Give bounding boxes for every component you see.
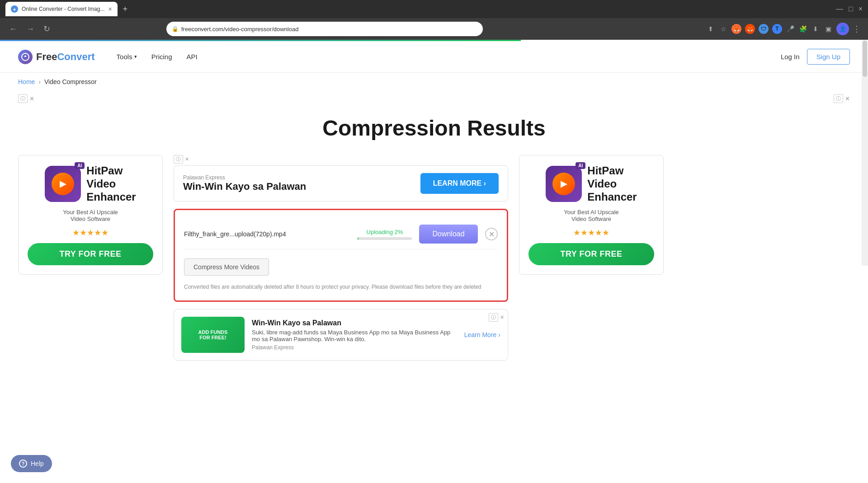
compress-more-area: Compress More Videos (184, 255, 498, 283)
left-ad-close[interactable]: ⓘ ✕ (18, 94, 34, 103)
progress-bar-fill (358, 237, 359, 240)
right-ad-close[interactable]: ⓘ ✕ (834, 94, 850, 103)
help-icon: ? (19, 460, 27, 468)
palawan-ad-source: Palawan Express (183, 174, 413, 181)
palawan-ad-text: Palawan Express Win-Win Kayo sa Palawan (183, 174, 413, 192)
left-try-free-button[interactable]: TRY FOR FREE (28, 243, 153, 265)
navbar: FreeConvert Tools ▾ Pricing API Log In S… (0, 41, 868, 73)
hitpaw-logo-area: ▶ AI HitPawVideoEnhancer (45, 164, 136, 203)
refresh-button[interactable]: ↻ (42, 22, 52, 36)
hitpaw-desc-right: Your Best AI UpscaleVideo Software (564, 209, 619, 222)
hitpaw-stars: ★★★★★ (72, 228, 108, 238)
logo-icon (18, 50, 33, 64)
breadcrumb-home[interactable]: Home (18, 78, 35, 85)
share-icon[interactable]: ⬆ (706, 24, 715, 33)
file-remove-button[interactable]: ✕ (485, 228, 498, 240)
back-button[interactable]: ← (7, 23, 19, 36)
avatar-icon[interactable]: 👤 (836, 23, 849, 35)
login-button[interactable]: Log In (781, 53, 800, 61)
url-text: freeconvert.com/video-compressor/downloa… (181, 26, 298, 33)
main-content: ⓘ ✕ ⓘ ✕ Compression Results ▶ AI HitPawV… (0, 91, 868, 379)
hitpaw-flame-icon-right: ▶ (552, 173, 575, 195)
right-ad-panel: ▶ AI HitPawVideoEnhancer Your Best AI Up… (519, 155, 664, 275)
extension-3-icon[interactable]: 🛡 (759, 24, 769, 34)
signup-button[interactable]: Sign Up (807, 49, 850, 65)
extension-1-icon[interactable]: 🦊 (731, 24, 741, 34)
ai-badge: AI (75, 162, 85, 169)
download-button[interactable]: Download (419, 225, 478, 244)
lock-icon: 🔒 (172, 26, 179, 32)
new-tab-button[interactable]: + (123, 5, 128, 14)
close-icon-right[interactable]: ✕ (845, 95, 850, 102)
bottom-ad-close[interactable]: ⓘ ✕ (489, 313, 504, 322)
download-icon[interactable]: ⬇ (811, 24, 820, 33)
mic-icon[interactable]: 🎤 (786, 24, 795, 33)
browser-tab[interactable]: ● Online Converter - Convert Imag... × (5, 2, 118, 16)
hitpaw-icon-right: ▶ AI (546, 166, 582, 202)
nav-tools[interactable]: Tools ▾ (117, 53, 137, 61)
page-title: Compression Results (18, 116, 850, 141)
right-hitpaw-ad[interactable]: ▶ AI HitPawVideoEnhancer Your Best AI Up… (519, 155, 664, 275)
address-bar[interactable]: 🔒 freeconvert.com/video-compressor/downl… (166, 22, 483, 36)
hitpaw-desc: Your Best AI UpscaleVideo Software (63, 209, 118, 222)
bottom-ad-close-icon[interactable]: ✕ (500, 314, 504, 320)
nav-links: Tools ▾ Pricing API (117, 53, 198, 61)
forward-button[interactable]: → (24, 23, 36, 36)
scrollbar-thumb[interactable] (863, 41, 867, 77)
upload-status: Uploading 2% (358, 229, 412, 240)
palawan-ad-close[interactable]: ⓘ ✕ (174, 155, 508, 164)
ad-info-row: ⓘ ✕ ⓘ ✕ (18, 91, 850, 107)
help-label: Help (31, 460, 44, 467)
breadcrumb: Home › Video Compressor (0, 73, 868, 91)
extension-2-icon[interactable]: 🦊 (745, 24, 755, 34)
help-button[interactable]: ? Help (11, 455, 52, 472)
center-content: ⓘ ✕ Palawan Express Win-Win Kayo sa Pala… (174, 155, 508, 361)
hitpaw-stars-right: ★★★★★ (573, 228, 609, 238)
ad-info-icon-right: ⓘ (834, 94, 843, 103)
content-layout: ▶ AI HitPawVideoEnhancer Your Best AI Up… (18, 155, 850, 361)
bookmark-icon[interactable]: ☆ (719, 24, 728, 33)
ad-info-badge: ⓘ (174, 155, 183, 164)
bottom-ad-learn-more[interactable]: Learn More › (464, 331, 500, 338)
palawan-close-icon[interactable]: ✕ (185, 156, 189, 162)
extension-4-icon[interactable]: T (772, 24, 782, 34)
sidebar-icon[interactable]: ▣ (824, 24, 833, 33)
palawan-ad-title: Win-Win Kayo sa Palawan (183, 181, 413, 192)
logo[interactable]: FreeConvert (18, 50, 95, 64)
bottom-ad-image: ADD FUNDSFOR FREE! (181, 317, 245, 353)
minimize-button[interactable]: — (836, 5, 843, 13)
close-icon[interactable]: ✕ (29, 95, 34, 102)
menu-button[interactable]: ⋮ (853, 24, 861, 34)
hitpaw-flame-icon: ▶ (52, 173, 74, 195)
results-box: Filthy_frank_gre...upload(720p).mp4 Uplo… (174, 209, 508, 302)
right-try-free-button[interactable]: TRY FOR FREE (528, 243, 654, 265)
chevron-right-icon: › (498, 331, 500, 338)
tab-favicon: ● (11, 5, 18, 13)
palawan-learn-more-button[interactable]: LEARN MORE › (420, 173, 499, 194)
palawan-top-ad: ⓘ ✕ Palawan Express Win-Win Kayo sa Pala… (174, 155, 508, 202)
progress-bar (358, 237, 412, 240)
bottom-ad: ⓘ ✕ ADD FUNDSFOR FREE! Win-Win Kayo sa P… (174, 309, 508, 361)
window-close-button[interactable]: × (859, 5, 863, 13)
tab-close-button[interactable]: × (108, 5, 112, 13)
puzzle-icon[interactable]: 🧩 (798, 24, 807, 33)
hitpaw-icon: ▶ AI (45, 166, 81, 202)
nav-pricing[interactable]: Pricing (151, 53, 172, 61)
maximize-button[interactable]: □ (849, 5, 853, 13)
scrollbar[interactable] (862, 40, 868, 266)
ai-badge-right: AI (576, 162, 585, 169)
nav-api[interactable]: API (187, 53, 198, 61)
ad-info-icon: ⓘ (18, 94, 28, 103)
bottom-ad-text: Win-Win Kayo sa Palawan Suki, libre mag-… (252, 319, 457, 351)
nav-auth: Log In Sign Up (781, 49, 850, 65)
breadcrumb-current: Video Compressor (44, 78, 97, 85)
upload-percent: Uploading 2% (367, 229, 403, 235)
browser-chrome: ● Online Converter - Convert Imag... × +… (0, 0, 868, 18)
bottom-ad-info: ⓘ (489, 313, 498, 322)
tab-title: Online Converter - Convert Imag... (22, 6, 104, 12)
bottom-ad-title: Win-Win Kayo sa Palawan (252, 319, 457, 327)
compress-more-button[interactable]: Compress More Videos (184, 258, 269, 276)
hitpaw-brand-right: HitPawVideoEnhancer (587, 164, 637, 203)
left-hitpaw-ad[interactable]: ▶ AI HitPawVideoEnhancer Your Best AI Up… (18, 155, 163, 275)
left-ad-panel: ▶ AI HitPawVideoEnhancer Your Best AI Up… (18, 155, 163, 275)
